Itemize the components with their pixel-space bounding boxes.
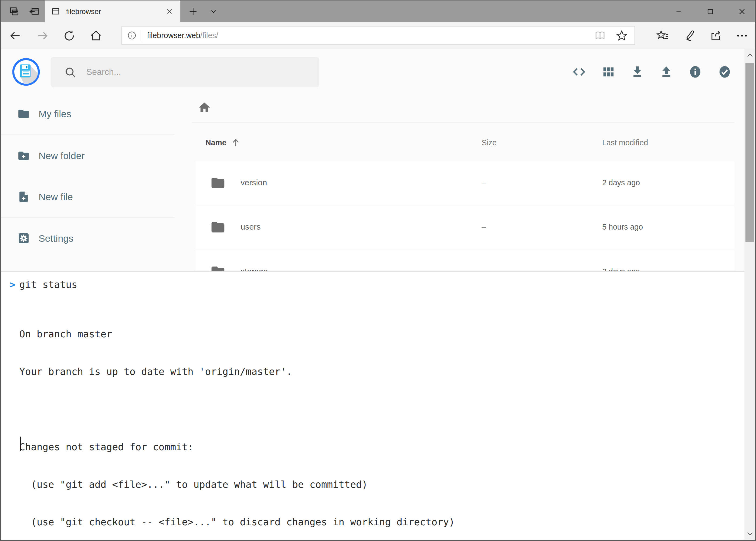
sidebar-item-settings[interactable]: Settings <box>1 223 175 254</box>
browser-window: filebrowser <box>0 0 756 541</box>
download-icon <box>630 65 645 79</box>
tab-preview-icon <box>9 6 19 16</box>
upload-button[interactable] <box>655 60 678 84</box>
plus-icon <box>188 7 197 16</box>
list-header: Name Size Last modified <box>196 131 734 155</box>
terminal-line: On branch master <box>19 327 454 340</box>
terminal-line: (use "git checkout -- <file>..." to disc… <box>19 516 454 528</box>
breadcrumb-home[interactable] <box>197 101 211 114</box>
terminal-panel[interactable]: > git status On branch master Your branc… <box>1 271 745 540</box>
minimize-button[interactable] <box>668 1 690 22</box>
download-button[interactable] <box>626 60 649 84</box>
url-path: /files/ <box>200 31 218 39</box>
tab-preview-button[interactable] <box>6 1 22 22</box>
home-outline-icon <box>90 29 102 42</box>
page-info-icon[interactable] <box>127 31 137 41</box>
info-button[interactable] <box>684 60 707 84</box>
back-button[interactable] <box>5 22 26 49</box>
sidebar-item-new-folder[interactable]: New folder <box>1 141 175 171</box>
page-scrollbar[interactable] <box>744 49 755 540</box>
grid-view-button[interactable] <box>597 60 620 84</box>
sidebar-item-my-files[interactable]: My files <box>1 98 175 129</box>
folder-plus-icon <box>17 150 30 162</box>
sidebar-divider <box>1 218 175 218</box>
file-size: – <box>482 179 603 187</box>
terminal-command: git status <box>19 279 77 290</box>
maximize-button[interactable] <box>699 1 721 22</box>
info-circle-icon <box>688 65 702 79</box>
terminal-command-line: > git status <box>10 277 78 292</box>
pen-icon <box>682 29 695 42</box>
filebrowser-page: My files New folder New file <box>1 49 755 540</box>
file-row-users[interactable]: users – 5 hours ago <box>196 206 734 249</box>
upload-icon <box>659 65 674 79</box>
file-name: users <box>240 223 481 232</box>
sidebar-item-label: New folder <box>39 150 85 161</box>
browser-toolbar: filebrowser.web/files/ <box>1 22 755 49</box>
chevron-up-icon <box>746 51 753 59</box>
sidebar-item-label: New file <box>39 191 73 202</box>
code-view-button[interactable] <box>568 60 591 84</box>
column-header-size[interactable]: Size <box>482 139 603 147</box>
arrow-left-icon <box>9 29 22 42</box>
hub-button[interactable] <box>652 22 673 49</box>
file-modified: 5 hours ago <box>602 223 734 232</box>
scroll-up-button[interactable] <box>744 49 755 61</box>
folder-icon <box>17 108 30 120</box>
forward-button[interactable] <box>32 22 53 49</box>
gear-icon <box>17 232 30 245</box>
sort-ascending-icon <box>230 138 241 148</box>
file-row-version[interactable]: version – 2 days ago <box>196 161 734 205</box>
select-multiple-button[interactable] <box>713 60 736 84</box>
search-input[interactable] <box>85 67 309 78</box>
share-icon <box>709 29 722 42</box>
sidebar-item-label: My files <box>39 108 71 119</box>
app-logo[interactable] <box>12 58 40 86</box>
prompt-chevron-icon: > <box>10 279 19 290</box>
terminal-line <box>19 403 454 415</box>
home-button[interactable] <box>85 22 107 49</box>
scrollbar-thumb[interactable] <box>745 63 754 242</box>
chevron-down-icon <box>209 7 218 16</box>
ellipsis-icon <box>736 29 748 42</box>
column-header-modified[interactable]: Last modified <box>602 139 734 147</box>
set-tabs-aside-button[interactable] <box>26 1 42 22</box>
add-notes-button[interactable] <box>678 22 700 49</box>
arrow-right-icon <box>36 29 49 42</box>
terminal-line: Your branch is up to date with 'origin/m… <box>19 365 454 377</box>
scroll-down-button[interactable] <box>744 527 755 540</box>
new-tab-button[interactable] <box>185 1 201 22</box>
url-text: filebrowser.web/files/ <box>147 31 218 40</box>
tab-title: filebrowser <box>66 7 166 15</box>
tab-close-icon[interactable] <box>166 8 173 15</box>
floppy-disk-icon <box>12 58 40 86</box>
content-divider <box>192 123 734 123</box>
favorites-list-icon <box>656 29 669 42</box>
reading-view-icon[interactable] <box>594 29 606 42</box>
terminal-line: (use "git add <file>..." to update what … <box>19 478 454 490</box>
sidebar-item-label: Settings <box>39 233 74 244</box>
code-brackets-icon <box>572 65 587 79</box>
minimize-icon <box>674 6 684 16</box>
address-bar[interactable]: filebrowser.web/files/ <box>122 26 635 45</box>
file-name: version <box>240 178 481 188</box>
refresh-button[interactable] <box>58 22 80 49</box>
terminal-line: Changes not staged for commit: <box>19 440 454 453</box>
folder-icon <box>210 220 226 235</box>
search-box[interactable] <box>51 57 319 88</box>
sidebar-item-new-file[interactable]: New file <box>1 182 175 212</box>
window-close-button[interactable] <box>731 1 753 22</box>
tab-list-button[interactable] <box>205 1 222 22</box>
favorite-star-icon[interactable] <box>616 29 628 42</box>
sidebar-divider <box>1 135 175 135</box>
close-icon <box>737 6 747 16</box>
address-divider <box>142 30 142 41</box>
file-size: – <box>482 223 603 232</box>
share-button[interactable] <box>705 22 726 49</box>
more-button[interactable] <box>731 22 753 49</box>
set-tabs-aside-icon <box>29 6 39 16</box>
folder-icon <box>210 175 226 191</box>
tab-favicon-icon <box>52 7 60 15</box>
browser-tab[interactable]: filebrowser <box>45 1 180 22</box>
column-header-name[interactable]: Name <box>205 138 482 148</box>
